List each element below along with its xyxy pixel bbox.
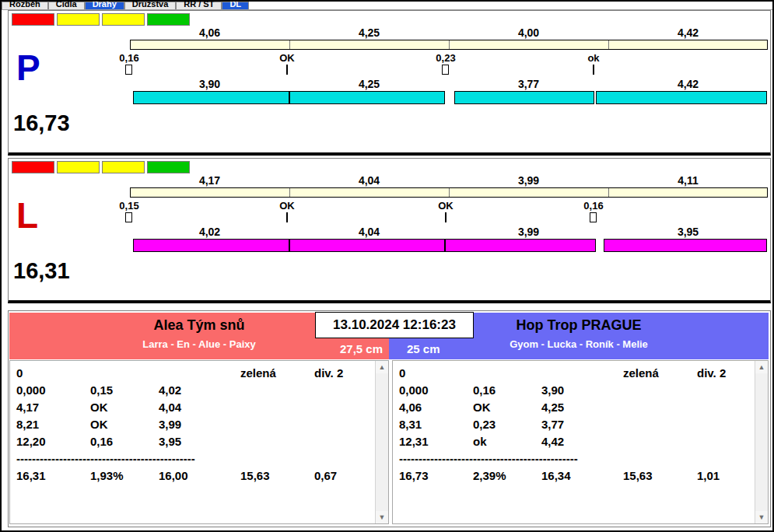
- lane-panel-left: 4,17 4,04 3,99 4,11 0,15 OK OK 0,16 4,02…: [8, 158, 771, 303]
- gate-check: 0,16: [90, 435, 113, 448]
- gate-check: 0,16: [473, 383, 496, 397]
- change-check-label: OK: [260, 200, 314, 212]
- change-check-row: 0,16 OK 0,23 ok: [130, 52, 768, 64]
- split-time: 4,11: [608, 174, 768, 187]
- checkpoint-line-marker: [593, 65, 594, 75]
- scrollbar[interactable]: ▲ ▼: [375, 361, 388, 523]
- split-time: 4,04: [289, 226, 449, 238]
- run-segment: [445, 239, 596, 252]
- run-segment: [133, 91, 289, 104]
- split-time: 3,95: [608, 226, 768, 238]
- division-label: div. 2: [314, 366, 343, 380]
- separator-line: ----------------------------------------…: [399, 452, 578, 465]
- results-table-right[interactable]: 0 zelená div. 2 0,000 0,16 3,90 4,06 OK …: [392, 360, 769, 524]
- light-green-icon: [147, 161, 190, 173]
- cum-time: 12,20: [16, 435, 46, 448]
- track-divider: [289, 40, 290, 49]
- lane-total-time: 16,73: [13, 112, 70, 135]
- checkpoint-square-marker: [590, 212, 597, 222]
- light-yellow-icon: [102, 13, 145, 26]
- split-time: 4,25: [541, 401, 564, 414]
- status-lights: [12, 13, 190, 26]
- status-lights: [12, 161, 190, 173]
- gate-check: OK: [90, 401, 108, 414]
- gate-check: 0,23: [473, 418, 496, 431]
- tab-label: Dráhy: [93, 2, 117, 9]
- split-time: 3,99: [449, 226, 608, 238]
- checkpoint-square-marker: [442, 65, 449, 75]
- tab-bar: Rozběh Čidla Dráhy Družstva RR / ST DL: [2, 2, 772, 10]
- split-time: 3,77: [449, 78, 608, 90]
- measured-times-row: 4,17 4,04 3,99 4,11: [130, 174, 768, 187]
- split-time: 4,25: [289, 78, 449, 90]
- gate-check: 0,15: [90, 383, 113, 397]
- team-members: Larra - En - Alue - Paixy: [9, 338, 389, 350]
- checkpoint-markers: [130, 65, 768, 76]
- run-segment: [133, 239, 289, 252]
- start-value: 0: [16, 366, 23, 380]
- scroll-up-icon[interactable]: ▲: [755, 361, 768, 373]
- scroll-up-icon[interactable]: ▲: [376, 361, 388, 373]
- checkpoint-line-marker: [286, 65, 288, 75]
- light-yellow-icon: [57, 13, 100, 26]
- official-times-row: 4,02 4,04 3,99 3,95: [130, 226, 768, 238]
- results-table-left[interactable]: 0 zelená div. 2 0,000 0,15 4,02 4,17 OK …: [9, 360, 389, 524]
- status-color-label: zelená: [623, 366, 659, 380]
- checkpoint-markers: [130, 212, 768, 224]
- scroll-down-icon[interactable]: ▼: [755, 511, 768, 523]
- tab-label: DL: [229, 2, 241, 9]
- scroll-down-icon[interactable]: ▼: [376, 511, 388, 523]
- tab-dl[interactable]: DL: [222, 2, 249, 10]
- official-times-row: 3,90 4,25 3,77 4,42: [130, 78, 768, 90]
- tab-label: Rozběh: [9, 2, 40, 9]
- tab-cidla[interactable]: Čidla: [48, 2, 85, 10]
- track-divider: [449, 188, 450, 197]
- split-time: 3,90: [541, 383, 564, 397]
- cum-time: 4,06: [399, 401, 422, 414]
- checkpoint-line-marker: [286, 212, 288, 222]
- split-time: 3,99: [159, 418, 181, 431]
- timeline-track: [130, 187, 768, 198]
- run-bar: [130, 91, 769, 104]
- split-time: 3,95: [159, 435, 181, 448]
- clean-time: 16,34: [541, 469, 571, 482]
- record-time: 15,63: [240, 469, 270, 482]
- light-yellow-icon: [102, 161, 145, 173]
- light-yellow-icon: [57, 161, 100, 173]
- track-divider: [608, 188, 609, 197]
- change-check-label: 0,16: [566, 200, 621, 212]
- split-time: 4,42: [608, 78, 768, 90]
- split-time: 3,90: [130, 78, 289, 90]
- scrollbar[interactable]: ▲ ▼: [755, 361, 768, 523]
- tab-drahy[interactable]: Dráhy: [85, 2, 124, 10]
- clean-time: 16,00: [159, 469, 188, 482]
- jump-height: 27,5 cm: [340, 342, 383, 355]
- division-label: div. 2: [697, 366, 726, 380]
- tab-druzstva[interactable]: Družstva: [124, 2, 176, 10]
- split-time: 4,17: [130, 174, 289, 187]
- record-time: 15,63: [623, 469, 653, 482]
- tab-rozbeh[interactable]: Rozběh: [2, 2, 48, 10]
- status-color-label: zelená: [240, 366, 276, 380]
- change-check-label: 0,16: [102, 52, 156, 64]
- split-time: 4,02: [159, 383, 181, 397]
- timing-app-window: Rozběh Čidla Dráhy Družstva RR / ST DL 4…: [0, 0, 774, 532]
- run-segment: [596, 91, 767, 104]
- split-time: 4,00: [449, 26, 608, 39]
- checkpoint-line-marker: [445, 212, 447, 222]
- gate-check: ok: [473, 435, 487, 448]
- change-check-row: 0,15 OK OK 0,16: [130, 200, 768, 212]
- tab-label: RR / ST: [184, 2, 214, 9]
- split-time: 4,02: [130, 226, 289, 238]
- gate-check: OK: [90, 418, 108, 431]
- run-segment: [604, 239, 767, 252]
- total-time: 16,73: [399, 469, 429, 482]
- jump-height: 25 cm: [407, 342, 440, 355]
- start-value: 0: [399, 366, 405, 380]
- teams-section: Alea Tým snů Larra - En - Alue - Paixy 2…: [8, 310, 771, 527]
- loss-percent: 1,93%: [90, 469, 124, 482]
- change-check-label: 0,23: [419, 52, 473, 64]
- tab-rr-st[interactable]: RR / ST: [176, 2, 222, 10]
- change-check-label: 0,15: [102, 200, 156, 212]
- gate-check: OK: [473, 401, 491, 414]
